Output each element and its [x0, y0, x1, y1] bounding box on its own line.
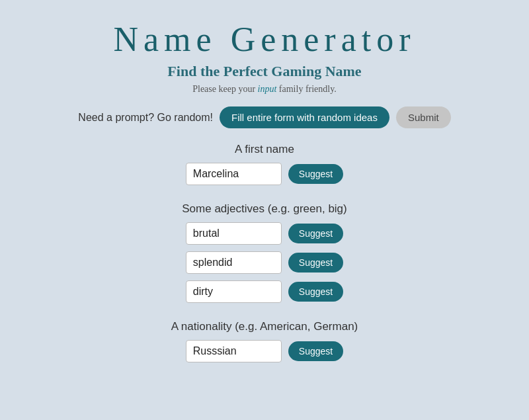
field-row-adjectives-0: Suggest — [186, 222, 343, 245]
field-row-first-name-0: Suggest — [186, 163, 343, 185]
random-prompt-row: Need a prompt? Go random! Fill entire fo… — [78, 106, 450, 128]
family-friendly-notice: Please keep your input family friendly. — [192, 84, 337, 95]
fill-random-button[interactable]: Fill entire form with random ideas — [220, 106, 389, 128]
suggest-button-adjectives-2[interactable]: Suggest — [288, 282, 343, 302]
input-first-name-0[interactable] — [186, 163, 282, 185]
section-label-nationality: A nationality (e.g. American, German) — [171, 320, 358, 333]
section-adjectives: Some adjectives (e.g. green, big)Suggest… — [66, 202, 463, 310]
suggest-button-nationality-0[interactable]: Suggest — [288, 341, 343, 361]
input-highlight: input — [258, 84, 277, 94]
field-row-nationality-0: Suggest — [186, 340, 343, 362]
input-adjectives-0[interactable] — [186, 222, 282, 245]
page-subtitle: Find the Perfect Gaming Name — [167, 63, 361, 80]
random-prompt-text: Need a prompt? Go random! — [78, 112, 213, 124]
suggest-button-adjectives-0[interactable]: Suggest — [288, 224, 343, 243]
page-title: Name Generator — [113, 20, 415, 59]
input-adjectives-1[interactable] — [186, 251, 282, 274]
submit-button[interactable]: Submit — [396, 106, 451, 128]
section-first-name: A first nameSuggest — [66, 143, 463, 192]
field-row-adjectives-2: Suggest — [186, 280, 343, 303]
field-row-adjectives-1: Suggest — [186, 251, 343, 274]
input-adjectives-2[interactable] — [186, 280, 282, 303]
suggest-button-first-name-0[interactable]: Suggest — [288, 164, 343, 184]
section-nationality: A nationality (e.g. American, German)Sug… — [66, 320, 463, 369]
suggest-button-adjectives-1[interactable]: Suggest — [288, 253, 343, 273]
input-nationality-0[interactable] — [186, 340, 282, 362]
section-label-adjectives: Some adjectives (e.g. green, big) — [182, 202, 346, 216]
section-label-first-name: A first name — [235, 143, 294, 156]
